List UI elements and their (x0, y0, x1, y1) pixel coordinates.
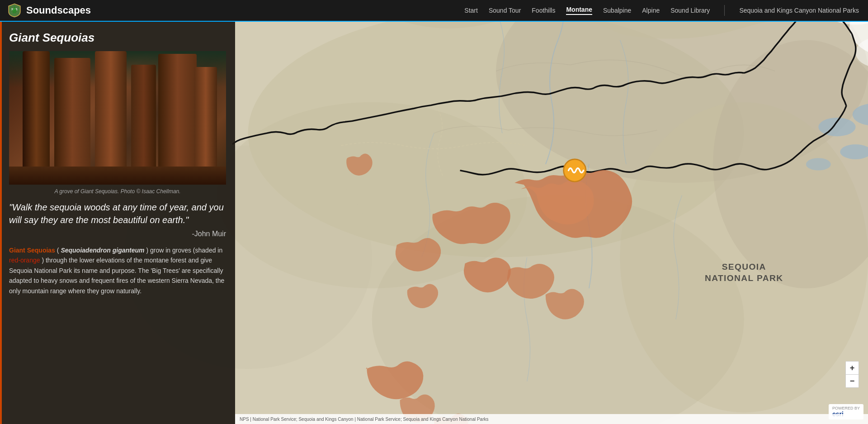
nav-start[interactable]: Start (464, 7, 478, 14)
photo-caption: A grove of Giant Sequoias. Photo © Isaac… (9, 188, 226, 195)
app-title: Soundscapes (26, 5, 91, 16)
desc-part1: ) grow in groves (shaded in (146, 247, 222, 254)
nav-subalpine[interactable]: Subalpine (603, 7, 631, 14)
tree-trunk-2 (54, 58, 90, 185)
scientific-name: Sequoiadendron giganteum (61, 247, 144, 254)
main-nav: Start Sound Tour Foothills Montane Subal… (464, 5, 868, 16)
attribution-text: NPS | National Park Service; Sequoia and… (240, 417, 489, 422)
park-name: Sequoia and Kings Canyon National Parks (739, 7, 859, 14)
desc-part2: ) through the lower elevations of the mo… (9, 257, 224, 294)
photo-container (9, 51, 226, 185)
nav-sound-tour[interactable]: Sound Tour (489, 7, 521, 14)
map-container[interactable]: SEQUOIA NATIONAL PARK Giant Sequoias (0, 22, 868, 424)
zoom-out-button[interactable]: − (846, 375, 859, 387)
red-orange-label: red-orange (9, 257, 40, 264)
tree-trunk-1 (23, 51, 50, 185)
description: Giant Sequoias ( Sequoiadendron giganteu… (9, 245, 226, 296)
nav-alpine[interactable]: Alpine (642, 7, 660, 14)
logo-area: NPS Soundscapes (0, 3, 99, 18)
attribution-bar: NPS | National Park Service; Sequoia and… (235, 414, 868, 424)
sequoia-photo (9, 51, 226, 185)
nav-divider (724, 5, 725, 16)
quote-text: "Walk the sequoia woods at any time of y… (9, 201, 226, 226)
giant-sequoias-label: Giant Sequoias (9, 247, 55, 254)
panel-title: Giant Sequoias (9, 31, 226, 45)
tree-trunk-5 (158, 54, 197, 185)
nps-shield-icon: NPS (7, 3, 22, 18)
left-border-accent (0, 22, 2, 424)
zoom-in-button[interactable]: + (846, 362, 859, 374)
svg-point-20 (806, 158, 831, 170)
svg-text:NATIONAL PARK: NATIONAL PARK (705, 273, 783, 283)
svg-text:SEQUOIA: SEQUOIA (722, 262, 766, 272)
nav-montane[interactable]: Montane (566, 6, 592, 15)
forest-floor (9, 167, 226, 185)
tree-trunk-3 (95, 51, 127, 185)
svg-rect-2 (13, 11, 16, 14)
nav-sound-library[interactable]: Sound Library (670, 7, 710, 14)
zoom-controls: + − (845, 361, 859, 388)
left-panel: Giant Sequoias A grove of Giant Sequoias… (0, 22, 235, 424)
nav-foothills[interactable]: Foothills (532, 7, 555, 14)
powered-by-label: POWERED BY (832, 406, 860, 410)
desc-paren-open: ( (57, 247, 59, 254)
header: NPS Soundscapes Start Sound Tour Foothil… (0, 0, 868, 22)
quote-author: -John Muir (9, 230, 226, 238)
